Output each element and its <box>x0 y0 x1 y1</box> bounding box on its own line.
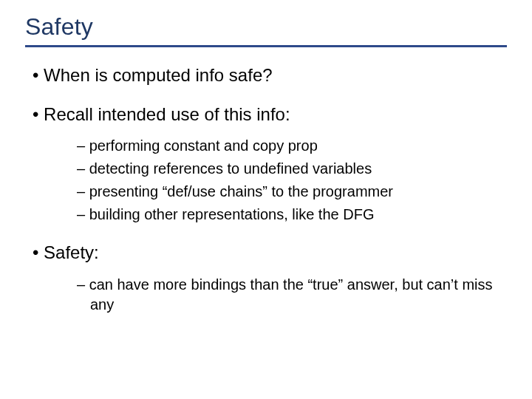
sub-bullet-item: performing constant and copy prop <box>77 136 507 156</box>
bullet-text: Recall intended use of this info: <box>44 104 290 124</box>
sub-bullet-item: building other representations, like the… <box>77 205 507 225</box>
slide: Safety When is computed info safe? Recal… <box>0 0 532 399</box>
bullet-item: Safety: can have more bindings than the … <box>33 241 507 314</box>
bullet-text: Safety: <box>44 242 99 262</box>
sub-bullet-list: performing constant and copy prop detect… <box>46 136 507 225</box>
bullet-text: When is computed info safe? <box>44 65 273 85</box>
sub-bullet-text: performing constant and copy prop <box>89 137 318 154</box>
sub-bullet-text: building other representations, like the… <box>89 206 375 222</box>
title-underline <box>25 45 507 47</box>
sub-bullet-text: presenting “def/use chains” to the progr… <box>89 183 393 200</box>
bullet-item: When is computed info safe? <box>33 64 507 86</box>
slide-title: Safety <box>25 13 507 45</box>
sub-bullet-item: detecting references to undefined variab… <box>77 159 507 179</box>
sub-bullet-list: can have more bindings than the “true” a… <box>46 275 507 315</box>
bullet-list: When is computed info safe? Recall inten… <box>25 64 507 315</box>
sub-bullet-text: can have more bindings than the “true” a… <box>89 276 493 313</box>
bullet-item: Recall intended use of this info: perfor… <box>33 103 507 225</box>
sub-bullet-item: can have more bindings than the “true” a… <box>77 275 507 315</box>
sub-bullet-text: detecting references to undefined variab… <box>89 160 372 177</box>
sub-bullet-item: presenting “def/use chains” to the progr… <box>77 182 507 202</box>
